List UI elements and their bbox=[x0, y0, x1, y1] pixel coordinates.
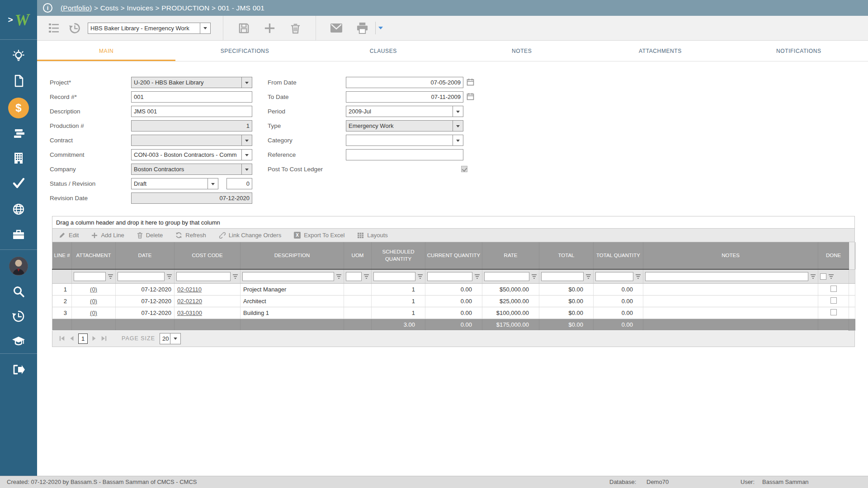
cost-code-link[interactable]: 03-03100 bbox=[177, 310, 202, 316]
sidebar-item-history[interactable] bbox=[0, 306, 37, 326]
col-attachment[interactable]: ATTACHMENT bbox=[72, 242, 116, 269]
print-options-caret-icon[interactable] bbox=[378, 27, 383, 32]
chevron-down-icon[interactable] bbox=[241, 164, 252, 174]
done-checkbox[interactable] bbox=[830, 309, 837, 315]
col-line-number[interactable]: LINE # bbox=[52, 242, 72, 269]
save-button[interactable] bbox=[233, 18, 254, 38]
sidebar-item-training[interactable] bbox=[0, 331, 37, 351]
add-line-button[interactable]: Add Line bbox=[85, 229, 130, 242]
sidebar-user-avatar[interactable] bbox=[0, 255, 37, 277]
filter-current-qty-input[interactable] bbox=[427, 272, 472, 281]
to-date-field[interactable] bbox=[346, 91, 463, 103]
delete-button[interactable] bbox=[285, 18, 306, 38]
col-done[interactable]: DONE bbox=[818, 242, 849, 269]
filter-total-input[interactable] bbox=[541, 272, 584, 281]
scrollbar-track[interactable] bbox=[849, 307, 855, 319]
sidebar-expand-chevron[interactable]: > bbox=[8, 15, 13, 25]
chevron-down-icon[interactable] bbox=[453, 121, 463, 131]
filter-icon[interactable] bbox=[810, 273, 816, 279]
filter-cost-code-input[interactable] bbox=[176, 272, 231, 281]
col-total-quantity[interactable]: TOTAL QUANTITY bbox=[594, 242, 643, 269]
filter-icon[interactable] bbox=[336, 273, 342, 279]
tab-main[interactable]: MAIN bbox=[37, 41, 175, 61]
record-number-field[interactable] bbox=[131, 91, 252, 103]
attachment-link[interactable]: (0) bbox=[90, 310, 97, 316]
sidebar-item-documents[interactable] bbox=[0, 71, 37, 91]
attachment-link[interactable]: (0) bbox=[90, 298, 97, 305]
print-button[interactable] bbox=[352, 18, 373, 38]
edit-button[interactable]: Edit bbox=[52, 229, 85, 242]
tab-clauses[interactable]: CLAUSES bbox=[314, 41, 453, 61]
record-history-button[interactable] bbox=[64, 18, 85, 38]
first-page-button[interactable] bbox=[57, 333, 67, 344]
layouts-button[interactable]: Layouts bbox=[351, 229, 394, 242]
filter-icon[interactable] bbox=[363, 273, 369, 279]
sidebar-item-search[interactable] bbox=[0, 282, 37, 301]
col-date[interactable]: DATE bbox=[116, 242, 175, 269]
project-combo[interactable]: U-200 - HBS Baker Library bbox=[131, 77, 252, 88]
attachment-link[interactable]: (0) bbox=[90, 286, 97, 293]
status-combo[interactable]: Draft bbox=[131, 178, 218, 189]
done-checkbox[interactable] bbox=[830, 286, 837, 292]
category-combo[interactable] bbox=[346, 135, 463, 146]
current-page-box[interactable]: 1 bbox=[78, 333, 88, 344]
filter-rate-input[interactable] bbox=[484, 272, 529, 281]
scrollbar-track[interactable] bbox=[849, 242, 855, 269]
chevron-down-icon[interactable] bbox=[241, 77, 252, 88]
revision-date-field[interactable] bbox=[131, 192, 252, 204]
period-combo[interactable]: 2009-Jul bbox=[346, 106, 463, 117]
sidebar-item-web[interactable] bbox=[0, 199, 37, 219]
sidebar-item-costs-active[interactable]: $ bbox=[0, 97, 37, 119]
tab-notifications[interactable]: NOTIFICATIONS bbox=[730, 41, 868, 61]
col-description[interactable]: DESCRIPTION bbox=[241, 242, 344, 269]
chevron-down-icon[interactable] bbox=[170, 333, 180, 344]
contract-combo[interactable] bbox=[131, 135, 252, 146]
email-button[interactable] bbox=[326, 18, 347, 38]
next-page-button[interactable] bbox=[89, 333, 99, 344]
commitment-combo[interactable]: CON-003 - Boston Contractors - Comm bbox=[131, 149, 252, 160]
sidebar-item-reports[interactable] bbox=[0, 123, 37, 143]
filter-icon[interactable] bbox=[585, 273, 591, 279]
chevron-down-icon[interactable] bbox=[200, 23, 210, 33]
filter-icon[interactable] bbox=[828, 273, 834, 279]
record-list-button[interactable] bbox=[43, 18, 64, 38]
filter-icon[interactable] bbox=[108, 273, 113, 279]
prev-page-button[interactable] bbox=[67, 333, 77, 344]
delete-line-button[interactable]: Delete bbox=[131, 229, 170, 242]
col-total[interactable]: TOTAL bbox=[539, 242, 594, 269]
filter-uom-input[interactable] bbox=[346, 272, 362, 281]
page-size-combo[interactable]: 20 bbox=[160, 333, 181, 344]
sidebar-item-projects[interactable] bbox=[0, 225, 37, 244]
group-drop-zone[interactable]: Drag a column header and drop it here to… bbox=[52, 216, 855, 229]
filter-icon[interactable] bbox=[635, 273, 641, 279]
filter-icon[interactable] bbox=[417, 273, 423, 279]
sidebar-item-logout[interactable] bbox=[0, 360, 37, 380]
col-scheduled-quantity[interactable]: SCHEDULED QUANTITY bbox=[372, 242, 425, 269]
filter-attachment-input[interactable] bbox=[74, 272, 106, 281]
done-checkbox[interactable] bbox=[830, 297, 837, 304]
tab-notes[interactable]: NOTES bbox=[453, 41, 591, 61]
sidebar-item-portfolio[interactable] bbox=[0, 148, 37, 168]
sidebar-item-tasks[interactable] bbox=[0, 173, 37, 193]
filter-icon[interactable] bbox=[166, 273, 172, 279]
reference-field[interactable] bbox=[346, 149, 463, 160]
filter-done-checkbox[interactable] bbox=[820, 273, 826, 280]
refresh-button[interactable]: Refresh bbox=[169, 229, 212, 242]
add-button[interactable] bbox=[259, 18, 280, 38]
export-to-excel-button[interactable]: X Export To Excel bbox=[288, 229, 351, 242]
filter-icon[interactable] bbox=[474, 273, 480, 279]
cost-code-link[interactable]: 02-02120 bbox=[177, 298, 202, 305]
last-page-button[interactable] bbox=[99, 333, 109, 344]
filter-scheduled-qty-input[interactable] bbox=[373, 272, 415, 281]
tab-attachments[interactable]: ATTACHMENTS bbox=[591, 41, 729, 61]
col-uom[interactable]: UOM bbox=[344, 242, 372, 269]
calendar-icon[interactable] bbox=[467, 78, 474, 88]
company-combo[interactable]: Boston Contractors bbox=[131, 164, 252, 175]
sidebar-item-ideas[interactable] bbox=[0, 46, 37, 66]
filter-notes-input[interactable] bbox=[645, 272, 808, 281]
filter-icon[interactable] bbox=[531, 273, 537, 279]
filter-date-input[interactable] bbox=[118, 272, 165, 281]
table-row[interactable]: 1 (0) 07-12-2020 02-02110 Project Manage… bbox=[52, 283, 855, 295]
record-selector-combo[interactable]: HBS Baker Library - Emergency Work bbox=[88, 23, 211, 34]
cost-code-link[interactable]: 02-02110 bbox=[177, 286, 202, 293]
